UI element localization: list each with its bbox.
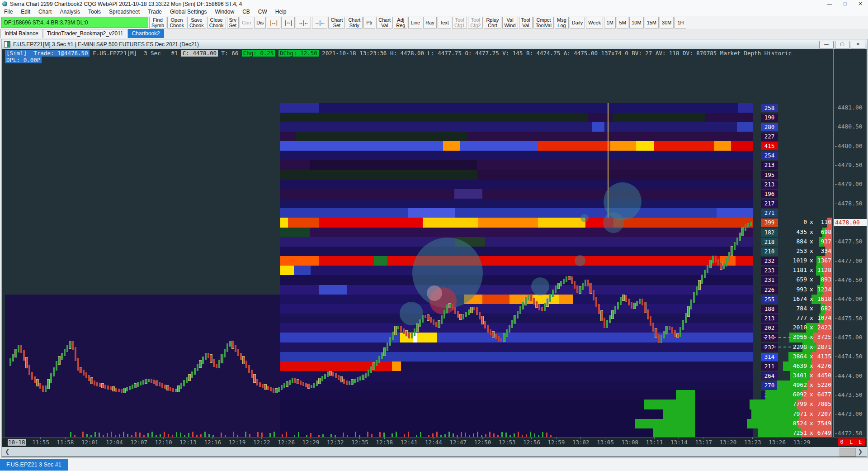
- candle: [9, 358, 11, 366]
- bar-width-increase-icon[interactable]: →|←: [312, 17, 327, 29]
- bid-ask-separator: x: [810, 314, 813, 321]
- candle: [452, 304, 453, 310]
- toolbar-button-text[interactable]: Text: [438, 17, 451, 29]
- toolbar-button-week[interactable]: Week: [586, 17, 603, 29]
- bid-ask-separator: x: [810, 429, 813, 436]
- menu-item-chart[interactable]: Chart: [34, 8, 56, 16]
- bid-ask-separator: x: [810, 420, 813, 427]
- bar-spacing-decrease-icon[interactable]: |↔|: [267, 17, 280, 29]
- volume-tick: [550, 435, 552, 437]
- toolbar-button-daily[interactable]: Daily: [570, 17, 585, 29]
- toolbar-button-srv-set[interactable]: Srv Set: [227, 17, 239, 29]
- menu-item-spreadsheet[interactable]: Spreadsheet: [105, 8, 144, 16]
- time-axis[interactable]: 0 L E 10-1811:5511:5812:0112:0412:0712:1…: [2, 437, 867, 447]
- volume-tick: [151, 432, 153, 437]
- candle: [118, 389, 120, 393]
- toolbar-button-dis[interactable]: Dis: [254, 17, 266, 29]
- close-icon[interactable]: ✕: [853, 0, 868, 8]
- menu-item-help[interactable]: Help: [271, 8, 291, 16]
- toolbar-buttons: Find SymbOpen CbookSave CbookClose Cbook…: [148, 17, 686, 29]
- menu-item-cw[interactable]: CW: [254, 8, 271, 16]
- toolbar-button-adj-reg[interactable]: Adj Reg: [394, 17, 407, 29]
- toolbar-button-tool-val[interactable]: Tool Val: [519, 17, 533, 29]
- toolbar-button-chart-stdy[interactable]: Chart Stdy: [346, 17, 363, 29]
- toolbar-button-chart-set[interactable]: Chart Set: [328, 17, 345, 29]
- candle: [682, 320, 684, 330]
- toolbar-button-ray[interactable]: Ray: [423, 17, 437, 29]
- candle: [674, 330, 676, 337]
- toolbar-button-tool-cfg1[interactable]: Tool Cfg1: [452, 17, 467, 29]
- tab-chartbook2[interactable]: Chartbook2: [128, 29, 164, 38]
- toolbar-button-val-wind[interactable]: Val Wind: [502, 17, 518, 29]
- candle: [47, 380, 49, 389]
- scrollbar-thumb[interactable]: [840, 448, 856, 457]
- volume-tick: [294, 435, 295, 437]
- candle: [273, 388, 274, 393]
- maximize-icon[interactable]: □: [837, 0, 853, 8]
- candle: [387, 343, 388, 351]
- candle: [370, 366, 372, 373]
- toolbar-button-15m[interactable]: 15M: [645, 17, 659, 29]
- toolbar-button-save-cbook[interactable]: Save Cbook: [187, 17, 206, 29]
- chart-window-titlebar[interactable]: F.US.EPZ21[M] 3 Sec #1 | E-MINI S&P 500 …: [2, 40, 867, 49]
- toolbar-button-1m[interactable]: 1M: [604, 17, 616, 29]
- chart-close-icon[interactable]: ✕: [851, 41, 865, 48]
- volume-tick: [200, 434, 202, 437]
- toolbar-button-cmpct-toolval[interactable]: Cmpct ToolVal: [533, 17, 554, 29]
- candle: [77, 358, 79, 371]
- heatmap-segment: [613, 113, 705, 123]
- candle: [243, 357, 245, 364]
- volume-tick: [367, 432, 368, 437]
- candle: [490, 329, 491, 335]
- menu-item-cb[interactable]: CB: [238, 8, 254, 16]
- toolbar-button-ptr[interactable]: Ptr: [363, 17, 375, 29]
- toolbar-button-con[interactable]: Con: [240, 17, 253, 29]
- chart-status-line2: DPL: 0.00P: [5, 57, 42, 63]
- heatmap-segment: [319, 218, 423, 228]
- toolbar-button-open-cbook[interactable]: Open Cbook: [167, 17, 186, 29]
- tab-initial-balance[interactable]: Initial Balance: [0, 29, 42, 38]
- menu-item-window[interactable]: Window: [211, 8, 238, 16]
- bar-width-decrease-icon[interactable]: →|←: [296, 17, 311, 29]
- time-axis-label: 12:32: [327, 439, 344, 446]
- toolbar-button-line[interactable]: Line: [408, 17, 422, 29]
- chart-minimize-icon[interactable]: ―: [819, 41, 834, 48]
- toolbar-button-find-symb[interactable]: Find Symb: [149, 17, 166, 29]
- toolbar-button-tool-cfg2[interactable]: Tool Cfg2: [468, 17, 483, 29]
- toolbar-button-msg-log[interactable]: Msg Log: [555, 17, 569, 29]
- chart-restore-icon[interactable]: ▢: [835, 41, 849, 48]
- time-axis-tick: [311, 438, 311, 439]
- bar-spacing-increase-icon[interactable]: |⇔|: [281, 17, 295, 29]
- ask-size: 1618: [815, 295, 831, 302]
- menu-item-edit[interactable]: Edit: [17, 8, 34, 16]
- candle: [397, 326, 399, 330]
- toolbar-button-10m[interactable]: 10M: [629, 17, 643, 29]
- volume-tick: [383, 433, 385, 437]
- scroll-left-icon[interactable]: ❮: [5, 448, 9, 455]
- toolbar-button-rplay-chrt[interactable]: Rplay Chrt: [484, 17, 501, 29]
- candle: [633, 303, 635, 309]
- chart-taskbar-button[interactable]: F.US.EPZ21 3 Sec #1: [0, 459, 68, 471]
- toolbar-button-chart-val[interactable]: Chart Val: [376, 17, 393, 29]
- horizontal-scrollbar[interactable]: ❮ ❯: [2, 447, 867, 457]
- heatmap-left-tint: [5, 295, 280, 437]
- scroll-right-icon[interactable]: ❯: [858, 448, 863, 455]
- toolbar-button-1h[interactable]: 1H: [675, 17, 686, 29]
- tab-ticinotrader-bookmap2-v2011[interactable]: TicinoTrader_Bookmap2_v2011: [43, 29, 127, 38]
- volume-tick: [461, 432, 462, 437]
- candle: [159, 382, 160, 386]
- menu-item-analysis[interactable]: Analysis: [56, 8, 84, 16]
- toolbar-button-30m[interactable]: 30M: [660, 17, 674, 29]
- minimize-icon[interactable]: ―: [822, 0, 837, 8]
- chart-canvas[interactable]: 2581902802274152542131952131962172713990…: [2, 49, 867, 437]
- toolbar-button-5m[interactable]: 5M: [617, 17, 628, 29]
- menu-item-tools[interactable]: Tools: [84, 8, 105, 16]
- menu-item-global-settings[interactable]: Global Settings: [166, 8, 211, 16]
- menu-item-file[interactable]: File: [0, 8, 17, 16]
- time-axis-label: 13:11: [646, 439, 663, 446]
- toolbar-button-close-cbook[interactable]: Close Cbook: [207, 17, 226, 29]
- time-axis-tick: [654, 438, 655, 439]
- menu-item-trade[interactable]: Trade: [144, 8, 166, 16]
- candle: [357, 377, 359, 382]
- volume-tick: [347, 435, 348, 437]
